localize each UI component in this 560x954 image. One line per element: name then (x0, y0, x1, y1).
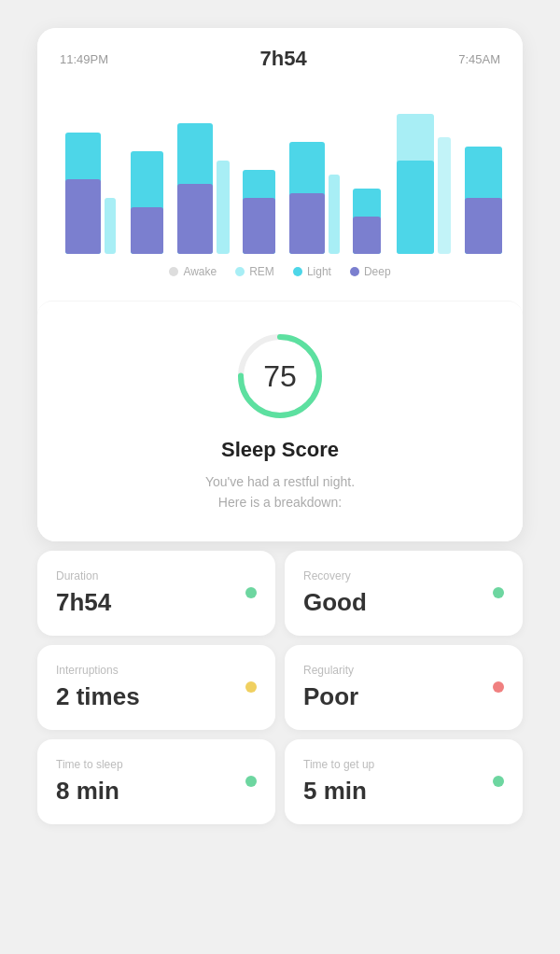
stat-time-to-sleep: Time to sleep 8 min (37, 739, 275, 824)
interruptions-dot (245, 681, 257, 693)
score-title: Sleep Score (221, 438, 339, 462)
rem-dot (235, 267, 245, 276)
interruptions-label: Interruptions (56, 664, 257, 677)
svg-rect-4 (131, 207, 163, 254)
regularity-label: Regularity (303, 664, 504, 677)
awake-label: Awake (183, 265, 217, 278)
recovery-label: Recovery (303, 569, 504, 582)
recovery-dot (493, 587, 504, 598)
time-to-sleep-value: 8 min (56, 777, 257, 806)
score-subtitle-line2: Here is a breakdown: (218, 495, 342, 510)
main-card: 11:49PM 7h54 7:45AM (37, 28, 523, 541)
recovery-value: Good (303, 588, 504, 617)
total-duration: 7h54 (260, 47, 307, 71)
legend-deep: Deep (350, 265, 391, 278)
svg-rect-1 (65, 179, 101, 254)
score-circle: 75 (233, 330, 327, 423)
stat-time-to-get-up: Time to get up 5 min (285, 739, 523, 824)
svg-rect-6 (177, 184, 213, 254)
stat-regularity: Regularity Poor (285, 645, 523, 730)
sleep-chart (56, 86, 504, 254)
time-to-sleep-dot (245, 776, 257, 787)
svg-rect-14 (353, 217, 381, 254)
score-subtitle: You've had a restful night. Here is a br… (205, 471, 355, 513)
regularity-dot (493, 681, 504, 693)
svg-rect-16 (397, 161, 434, 254)
score-section: 75 Sleep Score You've had a restful nigh… (37, 301, 523, 541)
deep-dot (350, 267, 359, 276)
duration-value: 7h54 (56, 588, 257, 617)
light-dot (293, 267, 302, 276)
legend-awake: Awake (169, 265, 217, 278)
interruptions-value: 2 times (56, 682, 257, 711)
chart-legend: Awake REM Light Deep (56, 254, 504, 293)
stat-recovery: Recovery Good (285, 551, 523, 636)
svg-rect-2 (105, 198, 116, 254)
svg-rect-11 (289, 193, 325, 254)
time-to-get-up-label: Time to get up (303, 758, 504, 771)
stats-grid: Duration 7h54 Recovery Good Interruption… (37, 551, 523, 824)
stat-duration: Duration 7h54 (37, 551, 275, 636)
stat-interruptions: Interruptions 2 times (37, 645, 275, 730)
start-time: 11:49PM (60, 52, 108, 66)
score-subtitle-line1: You've had a restful night. (205, 474, 355, 489)
awake-dot (169, 267, 178, 276)
regularity-value: Poor (303, 682, 504, 711)
chart-header: 11:49PM 7h54 7:45AM (56, 47, 504, 71)
time-to-get-up-dot (493, 776, 504, 787)
score-value: 75 (263, 359, 297, 394)
time-to-get-up-value: 5 min (303, 777, 504, 806)
svg-rect-17 (438, 137, 451, 254)
light-label: Light (307, 265, 331, 278)
legend-light: Light (293, 265, 331, 278)
duration-dot (245, 587, 257, 598)
chart-section: 11:49PM 7h54 7:45AM (37, 28, 523, 293)
rem-label: REM (249, 265, 274, 278)
legend-rem: REM (235, 265, 274, 278)
phone-container: 11:49PM 7h54 7:45AM (0, 0, 560, 954)
svg-rect-19 (465, 198, 502, 254)
deep-label: Deep (364, 265, 391, 278)
time-to-sleep-label: Time to sleep (56, 758, 257, 771)
svg-rect-9 (243, 198, 275, 254)
svg-rect-7 (217, 161, 230, 254)
svg-rect-12 (329, 175, 340, 254)
duration-label: Duration (56, 569, 257, 582)
end-time: 7:45AM (458, 52, 500, 66)
